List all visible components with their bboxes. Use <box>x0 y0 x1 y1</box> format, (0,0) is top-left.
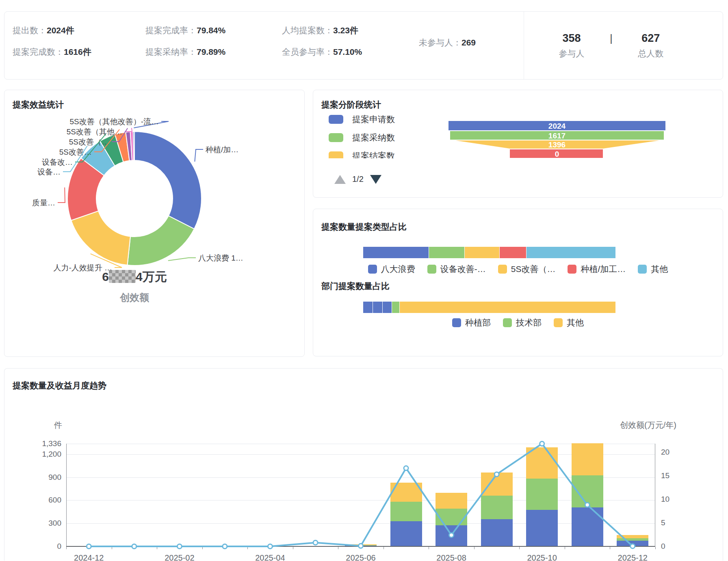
donut-slice[interactable] <box>134 132 202 229</box>
y-axis-label-right: 15 <box>661 471 693 480</box>
y-axis-label-left: 0 <box>29 542 61 551</box>
x-axis-label: 2025-12 <box>610 553 655 561</box>
legend-chip <box>554 318 563 327</box>
bar-segment[interactable] <box>363 247 429 258</box>
bar-segment[interactable] <box>465 247 500 258</box>
stat-col-4: 未参与人：269 <box>419 37 476 48</box>
benefit-panel: 提案效益统计 5S改善（其他改善）-流…5S改善（其他…5S改善（…5S改善…设… <box>4 90 305 357</box>
funnel-stage-value: 2024 <box>548 122 566 130</box>
x-tick <box>519 547 520 549</box>
legend-chip <box>568 265 576 274</box>
donut-leader-line <box>58 188 65 203</box>
trend-panel: 提案数量及收益月度趋势 件 创效额(万元/年) 03006009001,2001… <box>4 368 723 561</box>
x-tick <box>384 547 384 549</box>
bar-segment[interactable] <box>500 247 526 258</box>
line-marker[interactable] <box>132 544 136 549</box>
y-axis-label-left: 1,336 <box>29 439 61 448</box>
summary-stats-card: 提出数：2024件 提案完成数：1616件 提案完成率：79.84% 提案采纳率… <box>4 11 723 80</box>
x-axis-label: 2025-10 <box>520 553 564 561</box>
stat-col-1: 提出数：2024件 提案完成数：1616件 <box>13 25 91 58</box>
bar-segment[interactable] <box>429 247 465 258</box>
line-marker[interactable] <box>449 533 454 537</box>
legend-label: 5S改善（… <box>511 263 556 275</box>
stat-non-participants: 未参与人：269 <box>419 37 476 48</box>
x-tick <box>338 547 338 549</box>
legend-chip <box>452 318 461 327</box>
dept-ratio-title: 部门提案数量占比 <box>321 280 390 292</box>
bar-legend-item[interactable]: 种植部 <box>452 317 491 328</box>
line-marker[interactable] <box>404 466 408 470</box>
type-ratio-bar <box>363 247 616 258</box>
bar-legend-item[interactable]: 八大浪费 <box>368 263 415 275</box>
benefit-donut-chart: 5S改善（其他改善）-流…5S改善（其他…5S改善（…5S改善…设备改…设备…质… <box>4 90 305 357</box>
donut-label: 八大浪费 1… <box>198 254 243 262</box>
funnel-chart: 2024161713960 <box>313 90 724 198</box>
donut-leader-line <box>168 258 196 261</box>
legend-chip <box>503 318 512 327</box>
x-tick <box>565 547 565 549</box>
y-axis-label-left: 900 <box>29 473 61 482</box>
bar-legend-item[interactable]: 技术部 <box>503 317 542 328</box>
bar-segment[interactable] <box>400 302 616 313</box>
donut-label: 质量… <box>32 199 55 207</box>
donut-leader-line <box>195 149 203 162</box>
legend-chip <box>638 265 647 274</box>
left-axis-unit: 件 <box>38 420 62 431</box>
line-marker[interactable] <box>540 442 544 446</box>
line-marker[interactable] <box>630 544 635 548</box>
bar-legend-item[interactable]: 设备改善-… <box>427 263 486 275</box>
bar-segment[interactable] <box>526 247 616 258</box>
y-axis-label-left: 1,200 <box>29 450 61 459</box>
dept-ratio-bar <box>363 302 616 313</box>
line-marker[interactable] <box>359 544 363 548</box>
bar-legend-item[interactable]: 5S改善（… <box>498 263 556 275</box>
legend-label: 种植/加工… <box>581 263 626 275</box>
donut-slice[interactable] <box>133 132 134 160</box>
line-marker[interactable] <box>313 540 318 545</box>
bar-segment[interactable] <box>373 302 383 313</box>
donut-label: 人力-人效提升 … <box>53 263 112 272</box>
funnel-stage-value: 0 <box>555 150 559 158</box>
x-tick <box>610 547 610 549</box>
y-axis-label-right: 20 <box>661 448 693 457</box>
donut-label: 种植/加… <box>206 145 238 154</box>
bar-legend-item[interactable]: 其他 <box>638 263 668 275</box>
bar-legend-item[interactable]: 种植/加工… <box>568 263 626 275</box>
ratio-panel: 提案数量提案类型占比 八大浪费设备改善-…5S改善（…种植/加工…其他 部门提案… <box>313 209 723 356</box>
y-axis-label-right: 10 <box>661 495 693 504</box>
x-axis-label: 2025-02 <box>157 553 202 561</box>
legend-label: 技术部 <box>516 317 542 328</box>
x-tick <box>66 547 67 549</box>
bar-segment[interactable] <box>392 302 400 313</box>
bar-segment[interactable] <box>363 302 373 313</box>
x-axis-label: 2025-06 <box>338 553 383 561</box>
funnel-stage-value: 1396 <box>548 140 566 149</box>
bar-legend-item[interactable]: 其他 <box>554 317 584 328</box>
donut-label: 5S改善（其他… <box>67 127 122 136</box>
funnel-stage-value: 1617 <box>548 132 566 140</box>
x-tick <box>429 547 429 549</box>
legend-chip <box>368 265 377 274</box>
line-marker[interactable] <box>494 472 499 477</box>
stat-adoption-rate: 提案采纳率：79.89% <box>145 46 225 58</box>
y-axis-label-right: 0 <box>661 542 693 551</box>
stat-participation-rate: 全员参与率：57.10% <box>282 46 362 58</box>
x-tick <box>474 547 474 549</box>
x-axis-label: 2025-04 <box>248 553 292 561</box>
x-tick <box>293 547 293 549</box>
trend-plot-area: 03006009001,2001,336051015202024-122025-… <box>66 444 655 546</box>
funnel-panel: 提案分阶段统计 提案申请数提案采纳数提案结案数 1/2 202416171396… <box>313 90 723 198</box>
line-marker[interactable] <box>223 544 227 549</box>
x-tick <box>655 547 656 549</box>
line-marker[interactable] <box>87 544 91 549</box>
legend-label: 其他 <box>651 263 668 275</box>
donut-label: 5S改善（其他改善）-流… <box>69 117 159 126</box>
legend-chip <box>498 265 507 274</box>
line-marker[interactable] <box>585 503 589 507</box>
line-marker[interactable] <box>177 544 182 549</box>
donut-slice[interactable] <box>71 211 130 265</box>
line-marker[interactable] <box>268 544 272 549</box>
stat-completion-rate: 提案完成率：79.84% <box>145 25 225 36</box>
bar-segment[interactable] <box>383 302 392 313</box>
y-axis-label-left: 300 <box>29 519 61 528</box>
